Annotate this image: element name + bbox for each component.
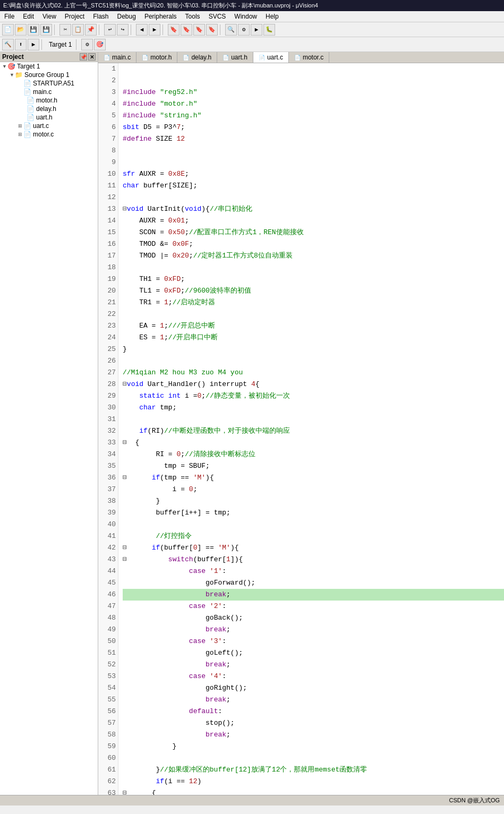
line-num-24: 24 xyxy=(100,332,116,344)
tree-main-c[interactable]: 📄 main.c xyxy=(0,88,98,96)
bookmark3-btn[interactable]: 🔖 xyxy=(193,24,205,36)
menu-item-edit[interactable]: Edit xyxy=(19,11,38,22)
line-num-15: 15 xyxy=(100,227,116,238)
line-num-53: 53 xyxy=(100,671,116,682)
save-btn[interactable]: 💾 xyxy=(28,24,39,36)
line-num-14: 14 xyxy=(100,215,116,227)
uart-c-arrow: ⊞ xyxy=(18,123,23,128)
save-all-btn[interactable]: 💾 xyxy=(40,24,52,36)
toolbar1: 📄 📂 💾 💾 ✂ 📋 📌 ↩ ↪ ◀ ▶ 🔖 🔖 🔖 🔖 🔍 ⚙ ▶ 🐛 xyxy=(0,22,504,37)
project-pin-icon[interactable]: 📌 xyxy=(80,53,87,61)
tree-motor-h[interactable]: 📄 motor.h xyxy=(0,96,98,105)
menu-item-debug[interactable]: Debug xyxy=(113,11,140,22)
collapse-icon-41[interactable]: ⊟ xyxy=(123,555,127,563)
menu-item-tools[interactable]: Tools xyxy=(181,11,204,22)
line-num-30: 30 xyxy=(100,402,116,414)
build-btn[interactable]: ▶ xyxy=(251,24,262,36)
tab-motor_h[interactable]: 📄motor.h xyxy=(136,52,177,63)
code-line-53: break; xyxy=(123,694,504,706)
line-num-62: 62 xyxy=(100,776,116,787)
line-num-5: 5 xyxy=(100,110,116,122)
project-close-icon[interactable]: ✕ xyxy=(88,53,96,61)
options-btn[interactable]: ⚙ xyxy=(81,39,93,50)
target-options-btn[interactable]: 🎯 xyxy=(94,39,106,50)
line-num-44: 44 xyxy=(100,565,116,577)
sep1 xyxy=(54,24,57,35)
menu-item-window[interactable]: Window xyxy=(230,11,261,22)
paste-btn[interactable]: 📌 xyxy=(85,24,97,36)
tree-source-group[interactable]: ▼ 📁 Source Group 1 xyxy=(0,71,98,79)
line-num-36: 36 xyxy=(100,472,116,484)
code-line-61: ⊟ { xyxy=(123,787,504,795)
menu-item-project[interactable]: Project xyxy=(61,11,89,22)
code-line-20 xyxy=(123,309,504,320)
nav-back-btn[interactable]: ◀ xyxy=(136,24,148,36)
code-content[interactable]: #include "reg52.h"#include "motor.h"#inc… xyxy=(118,63,504,795)
bookmark2-btn[interactable]: 🔖 xyxy=(181,24,192,36)
menu-item-view[interactable]: View xyxy=(38,11,61,22)
redo-btn[interactable]: ↪ xyxy=(117,24,129,36)
tree-target1[interactable]: ▼ 🎯 Target 1 xyxy=(0,62,98,71)
build2-btn[interactable]: 🔨 xyxy=(2,39,14,50)
tab-motor_c[interactable]: 📄motor.c xyxy=(289,52,329,63)
menu-item-peripherals[interactable]: Peripherals xyxy=(140,11,181,22)
line-num-43: 43 xyxy=(100,554,116,565)
tree-uart-h[interactable]: 📄 uart.h xyxy=(0,113,98,122)
line-num-29: 29 xyxy=(100,390,116,402)
tab-uart_c[interactable]: 📄uart.c xyxy=(253,52,289,63)
collapse-icon-31[interactable]: ⊟ xyxy=(123,439,127,447)
line-num-51: 51 xyxy=(100,647,116,659)
debug-btn[interactable]: 🐛 xyxy=(263,24,275,36)
tab-uart_h[interactable]: 📄uart.h xyxy=(217,52,253,63)
open-btn[interactable]: 📂 xyxy=(15,24,27,36)
code-line-2: #include "motor.h" xyxy=(123,98,504,110)
menu-item-flash[interactable]: Flash xyxy=(89,11,113,22)
load-btn[interactable]: ⬆ xyxy=(15,39,27,50)
code-line-18: TL1 = 0xFD;//9600波特率的初值 xyxy=(123,285,504,297)
line-num-19: 19 xyxy=(100,273,116,285)
compile-btn[interactable]: ⚙ xyxy=(238,24,250,36)
find-btn[interactable]: 🔍 xyxy=(225,24,237,36)
code-line-5: #define SIZE 12 xyxy=(123,133,504,145)
code-editor[interactable]: 1234567891011121314151617181920212223242… xyxy=(98,63,504,795)
tab-main_c[interactable]: 📄main.c xyxy=(98,52,136,63)
line-num-8: 8 xyxy=(100,145,116,157)
collapse-icon-40[interactable]: ⊟ xyxy=(123,544,127,552)
collapse-icon-11[interactable]: ⊟ xyxy=(123,205,127,213)
collapse-icon-26[interactable]: ⊟ xyxy=(123,380,127,388)
line-num-32: 32 xyxy=(100,425,116,437)
line-num-12: 12 xyxy=(100,192,116,203)
tab-delay_h[interactable]: 📄delay.h xyxy=(177,52,217,63)
tree-uart-c[interactable]: ⊞ 📄 uart.c xyxy=(0,122,98,130)
tree-delay-h[interactable]: 📄 delay.h xyxy=(0,105,98,113)
collapse-icon-61[interactable]: ⊟ xyxy=(123,789,127,795)
nav-fwd-btn[interactable]: ▶ xyxy=(149,24,160,36)
start-stop-btn[interactable]: ▶ xyxy=(28,39,39,50)
code-line-51: case '4': xyxy=(123,671,504,682)
menu-item-help[interactable]: Help xyxy=(261,11,283,22)
bookmark4-btn[interactable]: 🔖 xyxy=(206,24,218,36)
line-num-31: 31 xyxy=(100,414,116,425)
project-header: Project 📌 ✕ xyxy=(0,52,98,62)
copy-btn[interactable]: 📋 xyxy=(72,24,84,36)
menu-item-svcs[interactable]: SVCS xyxy=(204,11,230,22)
menu-item-file[interactable]: File xyxy=(0,11,19,22)
undo-btn[interactable]: ↩ xyxy=(104,24,116,36)
code-line-9: char buffer[SIZE]; xyxy=(123,180,504,192)
bookmark-btn[interactable]: 🔖 xyxy=(168,24,180,36)
collapse-icon-34[interactable]: ⊟ xyxy=(123,474,127,482)
code-line-26: ⊟void Uart_Handler() interrupt 4{ xyxy=(123,379,504,390)
tree-motor-c[interactable]: ⊞ 📄 motor.c xyxy=(0,130,98,139)
toolbar2: 🔨 ⬆ ▶ Target 1 ⚙ 🎯 xyxy=(0,37,504,52)
file-icon-motor-c: 📄 xyxy=(23,131,31,138)
code-line-57: } xyxy=(123,741,504,752)
tree-startup[interactable]: 📄 STARTUP.A51 xyxy=(0,79,98,88)
file-motor-c: motor.c xyxy=(33,131,54,138)
line-num-27: 27 xyxy=(100,367,116,379)
cut-btn[interactable]: ✂ xyxy=(59,24,71,36)
sep2 xyxy=(99,24,102,35)
code-line-38 xyxy=(123,519,504,530)
file-uart-c: uart.c xyxy=(33,122,49,130)
new-btn[interactable]: 📄 xyxy=(2,24,14,36)
code-line-11: ⊟void UartInit(void){//串口初始化 xyxy=(123,203,504,215)
